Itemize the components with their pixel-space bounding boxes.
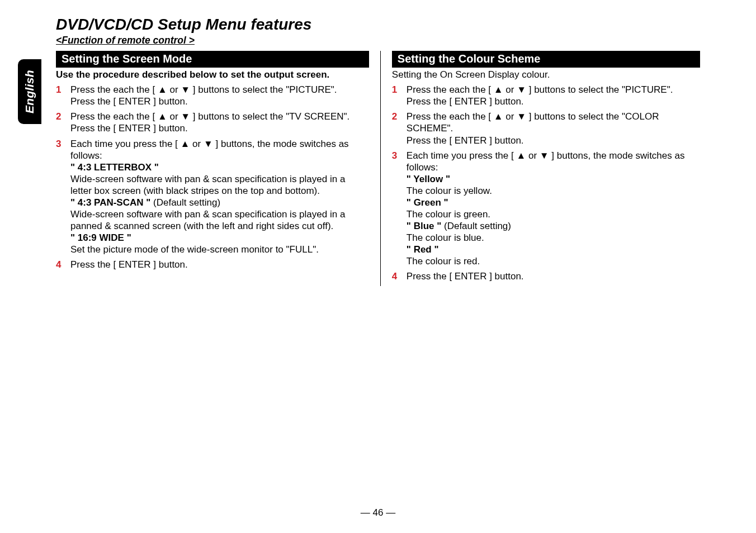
intro-colour-scheme: Setting the On Screen Display colour.: [392, 69, 700, 80]
option-desc: Wide-screen software with pan & scan spe…: [70, 208, 369, 232]
step-number: 2: [56, 111, 64, 134]
option-line: " 4:3 PAN-SCAN " (Default setting): [70, 197, 369, 208]
option-default: (Default setting): [444, 221, 511, 231]
option-label: " Blue ": [407, 221, 444, 231]
step-text: Press the [ ENTER ] button.: [407, 135, 700, 146]
step: 3 Each time you press the [ ▲ or ▼ ] but…: [392, 150, 700, 268]
step-body: Press the [ ENTER ] button.: [70, 259, 369, 270]
step-number: 1: [392, 84, 400, 107]
step-text: Press the [ ENTER ] button.: [70, 96, 369, 107]
option-label: " 4:3 PAN-SCAN ": [70, 197, 153, 208]
step-number: 3: [56, 138, 64, 256]
section-header-screen-mode: Setting the Screen Mode: [56, 51, 369, 68]
option-desc: Wide-screen software with pan & scan spe…: [70, 173, 369, 197]
step-body: Press the each the [ ▲ or ▼ ] buttons to…: [70, 111, 369, 134]
column-left: Setting the Screen Mode Use the procedur…: [56, 51, 381, 286]
page-title: DVD/VCD/CD Setup Menu features: [56, 16, 711, 34]
option-desc: The colour is red.: [407, 255, 700, 267]
step-body: Each time you press the [ ▲ or ▼ ] butto…: [407, 150, 700, 268]
option-label: " Red ": [407, 244, 700, 255]
step-text: Press the each the [ ▲ or ▼ ] buttons to…: [407, 111, 700, 134]
step-text: Press the each the [ ▲ or ▼ ] buttons to…: [70, 84, 369, 96]
step-text: Press the [ ENTER ] button.: [407, 270, 700, 282]
step-number: 1: [56, 84, 64, 107]
option-label: " Yellow ": [407, 173, 700, 185]
step-text: Each time you press the [ ▲ or ▼ ] butto…: [407, 150, 700, 173]
step-body: Press the each the [ ▲ or ▼ ] buttons to…: [407, 84, 700, 107]
step-text: Press the each the [ ▲ or ▼ ] buttons to…: [407, 84, 700, 96]
option-desc: The colour is yellow.: [407, 185, 700, 197]
step-number: 4: [392, 270, 400, 282]
page-subtitle: <Function of remote control >: [56, 35, 711, 46]
column-right: Setting the Colour Scheme Setting the On…: [381, 51, 711, 286]
option-line: " Blue " (Default setting): [407, 220, 700, 232]
step: 2 Press the each the [ ▲ or ▼ ] buttons …: [56, 111, 369, 134]
option-default: (Default setting): [153, 197, 220, 208]
step-text: Press the [ ENTER ] button.: [70, 259, 369, 270]
option-desc: Set the picture mode of the wide-screen …: [70, 244, 369, 255]
option-label: " Green ": [407, 197, 700, 208]
step-body: Each time you press the [ ▲ or ▼ ] butto…: [70, 138, 369, 256]
page-content: DVD/VCD/CD Setup Menu features <Function…: [56, 16, 711, 286]
option-label: " 4:3 LETTERBOX ": [70, 161, 369, 173]
step-text: Press the [ ENTER ] button.: [70, 122, 369, 134]
step: 1 Press the each the [ ▲ or ▼ ] buttons …: [56, 84, 369, 107]
step-text: Each time you press the [ ▲ or ▼ ] butto…: [70, 138, 369, 161]
option-desc: The colour is blue.: [407, 232, 700, 244]
page-number: — 46 —: [0, 507, 756, 518]
language-label: English: [23, 70, 36, 113]
step-body: Press the [ ENTER ] button.: [407, 270, 700, 282]
step: 4 Press the [ ENTER ] button.: [56, 259, 369, 270]
step-body: Press the each the [ ▲ or ▼ ] buttons to…: [407, 111, 700, 146]
step-text: Press the [ ENTER ] button.: [407, 96, 700, 107]
option-desc: The colour is green.: [407, 208, 700, 220]
step-number: 4: [56, 259, 64, 270]
step: 1 Press the each the [ ▲ or ▼ ] buttons …: [392, 84, 700, 107]
step: 3 Each time you press the [ ▲ or ▼ ] but…: [56, 138, 369, 256]
step: 2 Press the each the [ ▲ or ▼ ] buttons …: [392, 111, 700, 146]
section-header-colour-scheme: Setting the Colour Scheme: [392, 51, 700, 68]
intro-screen-mode: Use the procedure described below to set…: [56, 69, 369, 80]
columns: Setting the Screen Mode Use the procedur…: [56, 51, 711, 286]
step-number: 3: [392, 150, 400, 268]
step-number: 2: [392, 111, 400, 146]
page: English DVD/VCD/CD Setup Menu features <…: [0, 0, 756, 533]
step: 4 Press the [ ENTER ] button.: [392, 270, 700, 282]
language-tab: English: [18, 59, 41, 124]
step-body: Press the each the [ ▲ or ▼ ] buttons to…: [70, 84, 369, 107]
option-label: " 16:9 WIDE ": [70, 232, 369, 244]
step-text: Press the each the [ ▲ or ▼ ] buttons to…: [70, 111, 369, 122]
